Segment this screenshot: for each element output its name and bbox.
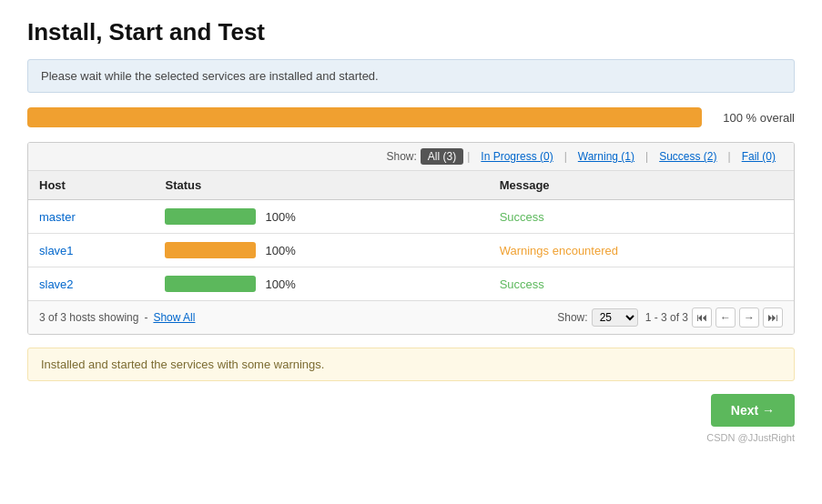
show-all-link[interactable]: Show All: [153, 311, 195, 324]
first-page-btn[interactable]: ⏮: [692, 307, 712, 328]
table-row: master100%Success: [28, 200, 794, 234]
last-page-btn[interactable]: ⏭: [763, 307, 783, 328]
col-status: Status: [154, 171, 488, 200]
filter-warning-btn[interactable]: Warning (1): [571, 148, 642, 165]
next-page-btn[interactable]: →: [739, 307, 759, 328]
status-progress-bar: [165, 276, 256, 292]
footer-left: 3 of 3 hosts showing - Show All: [39, 311, 195, 324]
show-select-label: Show:: [557, 311, 587, 324]
bottom-bar: Next →: [27, 394, 795, 427]
hosts-showing-text: 3 of 3 hosts showing: [39, 311, 138, 324]
table-row: slave1100%Warnings encountered: [28, 234, 794, 267]
message-text: Success: [500, 277, 544, 291]
table-row: slave2100%Success: [28, 267, 794, 301]
col-message: Message: [489, 171, 794, 200]
status-progress-bar: [165, 242, 256, 258]
status-cell: 100%: [154, 234, 488, 267]
overall-progress-row: 100 % overall: [27, 107, 795, 127]
watermark: CSDN @JJustRight: [27, 432, 795, 443]
hosts-table: Host Status Message master100%Successsla…: [28, 171, 794, 300]
show-select: Show: 25 50 100: [557, 308, 637, 327]
host-name[interactable]: slave2: [39, 277, 74, 291]
status-cell: 100%: [154, 267, 488, 301]
footer-right: Show: 25 50 100 1 - 3 of 3 ⏮ ← → ⏭: [557, 307, 783, 328]
host-name[interactable]: master: [39, 210, 76, 224]
filter-success-btn[interactable]: Success (2): [652, 148, 724, 165]
next-button[interactable]: Next →: [711, 394, 795, 427]
table-header-row: Host Status Message: [28, 171, 794, 200]
show-filter-label: Show:: [386, 150, 416, 163]
host-cell: slave1: [28, 234, 154, 267]
page-title: Install, Start and Test: [27, 18, 795, 46]
message-text: Warnings encountered: [500, 244, 618, 257]
filter-row: Show: All (3) | In Progress (0) | Warnin…: [28, 143, 794, 171]
progress-label: 100 % overall: [713, 111, 795, 125]
table-footer: 3 of 3 hosts showing - Show All Show: 25…: [28, 300, 794, 334]
host-cell: master: [28, 200, 154, 234]
host-name[interactable]: slave1: [39, 244, 74, 257]
message-cell: Success: [489, 267, 794, 301]
pagination: 1 - 3 of 3 ⏮ ← → ⏭: [645, 307, 783, 328]
message-cell: Success: [489, 200, 794, 234]
message-text: Success: [500, 210, 544, 224]
prev-page-btn[interactable]: ←: [715, 307, 736, 328]
filter-fail-btn[interactable]: Fail (0): [735, 148, 783, 165]
message-cell: Warnings encountered: [489, 234, 794, 267]
page-info: 1 - 3 of 3: [645, 311, 688, 324]
status-percent: 100%: [265, 277, 297, 291]
col-host: Host: [28, 171, 154, 200]
host-cell: slave2: [28, 267, 154, 301]
filter-all-btn[interactable]: All (3): [421, 148, 463, 165]
progress-bar-inner: [27, 107, 702, 127]
per-page-select[interactable]: 25 50 100: [592, 308, 638, 327]
warning-banner: Installed and started the services with …: [27, 348, 795, 381]
progress-bar-outer: [27, 107, 702, 127]
filter-in-progress-btn[interactable]: In Progress (0): [473, 148, 560, 165]
status-progress-bar: [165, 208, 256, 225]
status-percent: 100%: [265, 244, 297, 257]
status-cell: 100%: [154, 200, 488, 234]
hosts-table-container: Show: All (3) | In Progress (0) | Warnin…: [27, 142, 795, 335]
info-banner: Please wait while the selected services …: [27, 59, 795, 93]
status-percent: 100%: [265, 210, 297, 224]
